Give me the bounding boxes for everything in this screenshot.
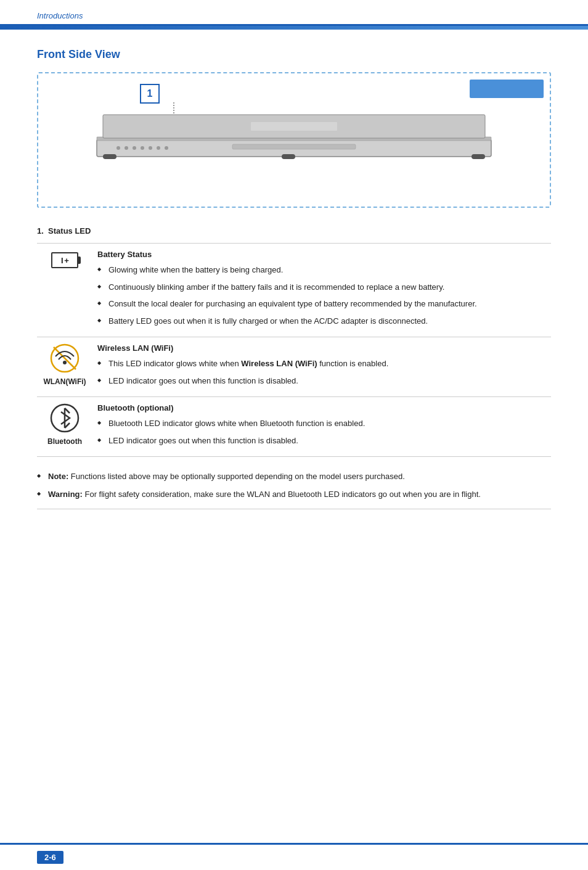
svg-rect-12 [472, 154, 485, 159]
battery-icon: I + [51, 252, 78, 268]
list-item: Bluetooth LED indicator glows white when… [97, 416, 546, 431]
led-table: I + Battery Status Glowing white when th… [37, 243, 551, 457]
bluetooth-row: Bluetooth Bluetooth (optional) Bluetooth… [37, 397, 551, 457]
svg-point-5 [149, 146, 152, 150]
list-item: LED indicator goes out when this functio… [97, 433, 546, 448]
warning-item: Warning: For flight safety consideration… [37, 487, 551, 503]
wifi-desc-cell: Wireless LAN (WiFi) This LED indicator g… [92, 337, 551, 397]
wifi-icon-label: WLAN(WiFi) [42, 377, 88, 386]
bluetooth-desc-cell: Bluetooth (optional) Bluetooth LED indic… [92, 397, 551, 457]
list-item: LED indicator goes out when this functio… [97, 374, 546, 388]
page-footer: 2-6 [0, 843, 588, 870]
page-header: Introductions [0, 0, 588, 26]
laptop-diagram: 1 [84, 90, 504, 191]
svg-point-3 [133, 146, 136, 150]
diagram-number-badge: 1 [140, 84, 160, 104]
bluetooth-icon [50, 403, 80, 433]
note-item: Note: Functions listed above may be opti… [37, 469, 551, 485]
main-content: Front Side View 1 [0, 48, 588, 509]
wifi-row: WLAN(WiFi) Wireless LAN (WiFi) This LED … [37, 337, 551, 397]
items-section: 1. Status LED I + Battery Status Glowing… [37, 226, 551, 457]
wifi-desc-title: Wireless LAN (WiFi) [97, 343, 546, 353]
battery-desc-cell: Battery Status Glowing white when the ba… [92, 244, 551, 337]
list-item: Continuously blinking amber if the batte… [97, 280, 546, 295]
svg-point-7 [165, 146, 168, 150]
notes-divider [37, 509, 551, 509]
item-number-label: 1. Status LED [37, 226, 551, 236]
bluetooth-bullet-list: Bluetooth LED indicator glows white when… [97, 416, 546, 448]
battery-icon-cell: I + [37, 244, 92, 337]
battery-icon-text: I + [61, 256, 68, 265]
notes-section: Note: Functions listed above may be opti… [37, 469, 551, 509]
svg-rect-10 [103, 154, 116, 159]
battery-bullet-list: Glowing white when the battery is being … [97, 263, 546, 328]
svg-rect-13 [232, 144, 356, 149]
svg-point-1 [116, 146, 120, 150]
wifi-bullet-list: This LED indicator glows white when Wire… [97, 356, 546, 388]
notes-list: Note: Functions listed above may be opti… [37, 469, 551, 503]
list-item: This LED indicator glows white when Wire… [97, 356, 546, 371]
page-number: 2-6 [37, 851, 63, 864]
bluetooth-desc-title: Bluetooth (optional) [97, 403, 546, 412]
wifi-icon-cell: WLAN(WiFi) [37, 337, 92, 397]
battery-desc-title: Battery Status [97, 250, 546, 259]
svg-rect-11 [282, 154, 295, 159]
laptop-front-svg [84, 90, 504, 189]
battery-row: I + Battery Status Glowing white when th… [37, 244, 551, 337]
list-item: Battery LED goes out when it is fully ch… [97, 314, 546, 329]
diagram-box: 1 [37, 72, 551, 208]
svg-point-19 [63, 361, 67, 364]
section-title: Front Side View [37, 48, 551, 61]
svg-point-4 [141, 146, 144, 150]
bluetooth-icon-label: Bluetooth [42, 437, 88, 446]
wifi-icon [50, 343, 80, 373]
svg-rect-16 [251, 122, 337, 131]
svg-point-6 [157, 146, 160, 150]
svg-line-18 [54, 347, 76, 369]
svg-point-2 [125, 146, 128, 150]
list-item: Consult the local dealer for purchasing … [97, 297, 546, 311]
blue-bar [0, 26, 588, 30]
breadcrumb: Introductions [37, 11, 551, 20]
bluetooth-icon-cell: Bluetooth [37, 397, 92, 457]
list-item: Glowing white when the battery is being … [97, 263, 546, 277]
